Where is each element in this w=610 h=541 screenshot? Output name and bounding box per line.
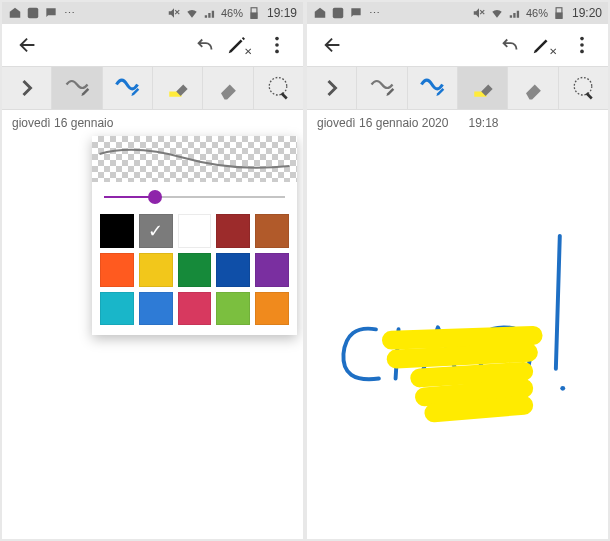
- pen-mode-button[interactable]: ✕: [223, 27, 259, 63]
- pen-mode-button[interactable]: ✕: [528, 27, 564, 63]
- chat-icon: [44, 6, 58, 20]
- battery-pct: 46%: [526, 7, 548, 19]
- color-swatch-5[interactable]: [100, 253, 134, 287]
- signal-icon: [508, 6, 522, 20]
- highlighter-scribble: [382, 326, 552, 430]
- app-bar: ✕: [2, 24, 303, 66]
- tool-eraser[interactable]: [203, 67, 253, 109]
- drawing-canvas[interactable]: [2, 136, 303, 539]
- color-swatch-7[interactable]: [178, 253, 212, 287]
- color-swatch-3[interactable]: [216, 214, 250, 248]
- battery-pct: 46%: [221, 7, 243, 19]
- home-icon: [8, 6, 22, 20]
- color-swatch-6[interactable]: [139, 253, 173, 287]
- signal-icon: [203, 6, 217, 20]
- color-swatch-14[interactable]: [255, 292, 289, 326]
- color-swatch-13[interactable]: [216, 292, 250, 326]
- svg-point-15: [580, 37, 584, 41]
- svg-point-19: [575, 78, 593, 96]
- status-left-icons: ⋯: [313, 6, 381, 20]
- status-bar: ⋯ 46% 19:20: [307, 2, 608, 24]
- home-icon: [313, 6, 327, 20]
- phone-right: ⋯ 46% 19:20 ✕: [307, 2, 608, 539]
- overflow-menu-button[interactable]: [259, 27, 295, 63]
- brush-size-slider[interactable]: [92, 182, 297, 208]
- app-bar: ✕: [307, 24, 608, 66]
- undo-button[interactable]: [492, 27, 528, 63]
- note-date-row: giovedì 16 gennaio 2020 19:18: [307, 110, 608, 136]
- facebook-icon: [26, 6, 40, 20]
- more-notif-icon: ⋯: [62, 6, 76, 20]
- tool-pen[interactable]: [408, 67, 458, 109]
- color-swatch-2[interactable]: [178, 214, 212, 248]
- tool-eraser[interactable]: [508, 67, 558, 109]
- wifi-icon: [185, 6, 199, 20]
- note-date: giovedì 16 gennaio: [12, 116, 113, 130]
- color-swatch-1[interactable]: [139, 214, 173, 248]
- undo-button[interactable]: [187, 27, 223, 63]
- svg-point-20: [560, 386, 565, 391]
- svg-point-6: [275, 43, 279, 47]
- svg-point-7: [275, 50, 279, 54]
- toolbar-expand-button[interactable]: [307, 67, 357, 109]
- color-swatch-0[interactable]: [100, 214, 134, 248]
- brush-settings-popup: [92, 136, 297, 335]
- tool-highlighter[interactable]: [458, 67, 508, 109]
- svg-point-17: [580, 50, 584, 54]
- back-button[interactable]: [10, 27, 46, 63]
- svg-point-9: [270, 78, 288, 96]
- battery-icon: [552, 6, 566, 20]
- note-date-row: giovedì 16 gennaio: [2, 110, 303, 136]
- status-time: 19:20: [572, 6, 602, 20]
- battery-icon: [247, 6, 261, 20]
- drawing-canvas[interactable]: [307, 136, 608, 539]
- status-left-icons: ⋯: [8, 6, 76, 20]
- tool-highlighter[interactable]: [153, 67, 203, 109]
- facebook-icon: [331, 6, 345, 20]
- back-button[interactable]: [315, 27, 351, 63]
- color-palette: [92, 208, 297, 325]
- color-swatch-12[interactable]: [178, 292, 212, 326]
- draw-toolbar: [2, 66, 303, 110]
- status-right-icons: 46% 19:20: [472, 6, 602, 20]
- status-time: 19:19: [267, 6, 297, 20]
- color-swatch-4[interactable]: [255, 214, 289, 248]
- svg-rect-4: [251, 13, 257, 18]
- color-swatch-9[interactable]: [255, 253, 289, 287]
- mute-icon: [167, 6, 181, 20]
- status-right-icons: 46% 19:19: [167, 6, 297, 20]
- tool-pen[interactable]: [103, 67, 153, 109]
- svg-rect-14: [556, 13, 562, 18]
- tool-pencil[interactable]: [52, 67, 102, 109]
- chat-icon: [349, 6, 363, 20]
- status-bar: ⋯ 46% 19:19: [2, 2, 303, 24]
- svg-rect-0: [28, 8, 39, 19]
- brush-preview: [92, 136, 297, 182]
- mute-icon: [472, 6, 486, 20]
- tool-lasso[interactable]: [254, 67, 303, 109]
- color-swatch-8[interactable]: [216, 253, 250, 287]
- more-notif-icon: ⋯: [367, 6, 381, 20]
- draw-toolbar: [307, 66, 608, 110]
- color-swatch-10[interactable]: [100, 292, 134, 326]
- note-date: giovedì 16 gennaio 2020: [317, 116, 448, 130]
- overflow-menu-button[interactable]: [564, 27, 600, 63]
- svg-point-16: [580, 43, 584, 47]
- toolbar-expand-button[interactable]: [2, 67, 52, 109]
- svg-point-5: [275, 37, 279, 41]
- phone-left: ⋯ 46% 19:19 ✕: [2, 2, 303, 539]
- color-swatch-11[interactable]: [139, 292, 173, 326]
- tool-pencil[interactable]: [357, 67, 407, 109]
- svg-rect-10: [333, 8, 344, 19]
- tool-lasso[interactable]: [559, 67, 608, 109]
- wifi-icon: [490, 6, 504, 20]
- note-time: 19:18: [468, 116, 498, 130]
